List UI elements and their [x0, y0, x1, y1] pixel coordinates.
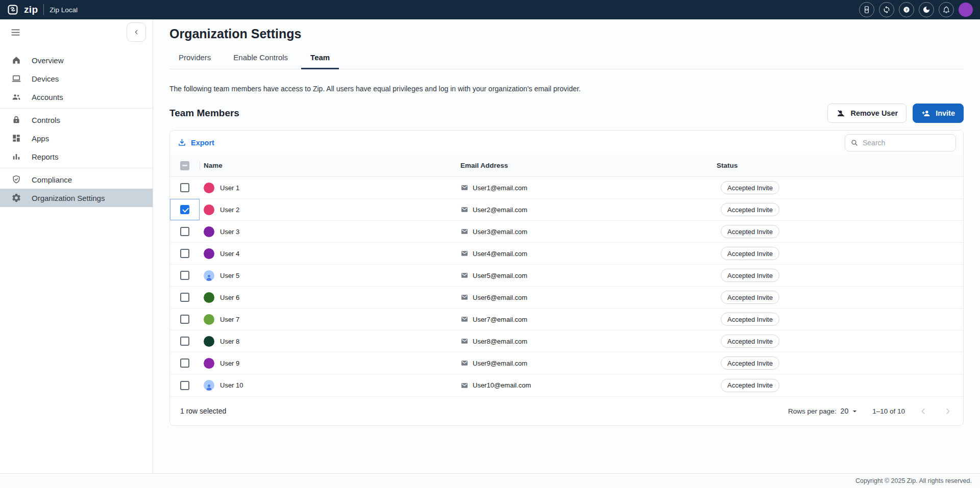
top-app-bar: zip Zip Local ?: [0, 0, 980, 19]
rows-per-page-value: 20: [841, 407, 849, 415]
sidebar-collapse-button[interactable]: [127, 22, 146, 42]
tab-providers[interactable]: Providers: [169, 47, 220, 69]
table-row[interactable]: User 10User10@email.comAccepted Invite: [170, 374, 963, 396]
pagination: Rows per page: 20 1–10 of 10: [788, 406, 953, 416]
table-row[interactable]: User 3User3@email.comAccepted Invite: [170, 221, 963, 243]
user-email: User10@email.com: [473, 381, 531, 389]
column-header-email: Email Address: [456, 162, 713, 169]
zip-logo-icon: [7, 4, 18, 15]
dark-mode-icon[interactable]: [919, 2, 934, 17]
name-cell: User 3: [200, 226, 456, 237]
sidebar-item-label: Compliance: [32, 175, 72, 184]
developer-mode-icon[interactable]: [859, 2, 874, 17]
user-email: User3@email.com: [473, 228, 527, 236]
column-header-name: Name: [200, 162, 456, 169]
row-checkbox[interactable]: [180, 315, 189, 324]
sidebar-item-controls[interactable]: Controls: [0, 111, 153, 129]
table-row[interactable]: User 7User7@email.comAccepted Invite: [170, 309, 963, 330]
status-badge: Accepted Invite: [721, 379, 779, 392]
row-checkbox[interactable]: [180, 183, 189, 192]
email-cell: User8@email.com: [456, 337, 713, 345]
sidebar-item-accounts[interactable]: Accounts: [0, 88, 153, 106]
invite-label: Invite: [936, 109, 955, 117]
app-shell: OverviewDevicesAccountsControlsAppsRepor…: [0, 19, 980, 473]
settings-icon: [11, 193, 21, 203]
user-name: User 9: [220, 359, 239, 367]
controls-icon: [11, 115, 21, 125]
table-row[interactable]: User 2User2@email.comAccepted Invite: [170, 199, 963, 221]
status-badge: Accepted Invite: [721, 291, 779, 304]
search-input[interactable]: [863, 139, 950, 147]
table-row[interactable]: User 1User1@email.comAccepted Invite: [170, 177, 963, 199]
table-body: User 1User1@email.comAccepted InviteUser…: [170, 177, 963, 396]
menu-icon[interactable]: [10, 27, 21, 38]
user-name: User 4: [220, 250, 239, 258]
sidebar-item-label: Overview: [32, 56, 64, 65]
svg-text:?: ?: [905, 8, 908, 12]
status-badge: Accepted Invite: [721, 356, 779, 370]
row-checkbox[interactable]: [180, 205, 189, 214]
table-row[interactable]: User 4User4@email.comAccepted Invite: [170, 243, 963, 265]
name-cell: User 6: [200, 292, 456, 303]
table-row[interactable]: User 5User5@email.comAccepted Invite: [170, 265, 963, 287]
email-icon: [460, 381, 469, 390]
sidebar-item-label: Accounts: [32, 93, 63, 101]
tab-team[interactable]: Team: [301, 47, 339, 69]
next-page-button[interactable]: [943, 406, 953, 416]
sync-icon[interactable]: [879, 2, 894, 17]
help-icon[interactable]: ?: [899, 2, 914, 17]
table-row[interactable]: User 6User6@email.comAccepted Invite: [170, 287, 963, 309]
row-checkbox[interactable]: [180, 293, 189, 302]
status-cell: Accepted Invite: [713, 269, 963, 282]
email-icon: [460, 184, 469, 192]
sidebar-item-organization-settings[interactable]: Organization Settings: [0, 189, 153, 207]
sidebar-item-label: Devices: [32, 74, 59, 83]
status-badge: Accepted Invite: [721, 335, 779, 348]
status-badge: Accepted Invite: [721, 181, 779, 194]
row-checkbox[interactable]: [180, 381, 189, 390]
sidebar-item-apps[interactable]: Apps: [0, 129, 153, 147]
row-checkbox[interactable]: [180, 227, 189, 236]
user-email: User2@email.com: [473, 206, 527, 214]
name-cell: User 8: [200, 336, 456, 347]
section-title: Team Members: [169, 108, 239, 119]
avatar: [204, 292, 214, 303]
tab-enable-controls[interactable]: Enable Controls: [224, 47, 297, 69]
row-checkbox[interactable]: [180, 249, 189, 258]
remove-user-button[interactable]: Remove User: [827, 104, 906, 123]
row-checkbox[interactable]: [180, 271, 189, 280]
accounts-icon: [11, 92, 21, 102]
sidebar-item-label: Organization Settings: [32, 194, 105, 202]
page-range: 1–10 of 10: [872, 407, 905, 415]
sidebar: OverviewDevicesAccountsControlsAppsRepor…: [0, 19, 153, 473]
table-row[interactable]: User 9User9@email.comAccepted Invite: [170, 352, 963, 374]
sidebar-item-overview[interactable]: Overview: [0, 51, 153, 69]
checkbox-cell: [170, 177, 200, 198]
rows-per-page-select[interactable]: Rows per page: 20: [788, 407, 859, 416]
export-button[interactable]: Export: [177, 138, 214, 147]
select-all-checkbox[interactable]: [180, 161, 189, 170]
avatar: [204, 248, 214, 259]
pager: [918, 406, 953, 416]
sidebar-item-devices[interactable]: Devices: [0, 69, 153, 88]
name-cell: User 5: [200, 270, 456, 281]
sidebar-item-compliance[interactable]: Compliance: [0, 170, 153, 189]
user-avatar[interactable]: [959, 3, 973, 17]
row-checkbox[interactable]: [180, 358, 189, 368]
team-members-card: Export Name Email Address Status User 1U…: [169, 130, 964, 426]
notifications-icon[interactable]: [939, 2, 954, 17]
avatar: [204, 204, 214, 215]
invite-button[interactable]: Invite: [913, 104, 964, 123]
page-title: Organization Settings: [169, 27, 964, 41]
user-email: User4@email.com: [473, 250, 527, 258]
devices-icon: [11, 73, 21, 84]
avatar: [204, 336, 214, 347]
status-cell: Accepted Invite: [713, 335, 963, 348]
table-header-row: Name Email Address Status: [170, 155, 963, 177]
table-row[interactable]: User 8User8@email.comAccepted Invite: [170, 330, 963, 352]
previous-page-button[interactable]: [918, 406, 928, 416]
name-cell: User 2: [200, 204, 456, 215]
person-add-icon: [921, 109, 931, 118]
sidebar-item-reports[interactable]: Reports: [0, 147, 153, 166]
row-checkbox[interactable]: [180, 337, 189, 346]
